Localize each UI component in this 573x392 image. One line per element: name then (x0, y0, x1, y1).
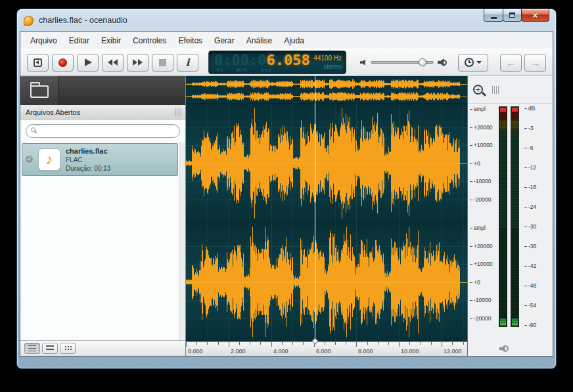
menu-efeitos[interactable]: Efeitos (172, 34, 208, 47)
titlebar[interactable]: charlies.flac - ocenaudio × (17, 9, 556, 32)
wave-scale-label: -20000 (470, 315, 491, 322)
timeline-tick (399, 342, 400, 347)
db-scale-label: dB (524, 105, 535, 112)
go-to-start-button[interactable] (27, 54, 49, 72)
timeline-tick (260, 342, 261, 345)
panel-drag-grip-icon[interactable] (175, 108, 181, 116)
level-meter-left (499, 106, 507, 327)
timeline-tick (271, 342, 272, 347)
volume-wave-icon (444, 60, 447, 66)
window-controls: × (484, 9, 549, 22)
play-icon (85, 58, 92, 66)
back-arrow-icon: ← (506, 58, 516, 68)
db-scale-label: -54 (524, 302, 536, 309)
wave-scale-label: +0 (470, 160, 480, 167)
db-scale-label: -24 (524, 204, 536, 210)
menu-ajuda[interactable]: Ajuda (278, 34, 310, 47)
timeline-tick (378, 342, 378, 345)
file-item[interactable]: ✓ ♪ charlies.flac FLAC Duração: 00:13 (22, 143, 178, 176)
fast-forward-button[interactable] (127, 54, 149, 72)
timeline-tick (463, 342, 464, 345)
search-input[interactable] (26, 124, 180, 138)
stop-icon (159, 59, 166, 66)
forward-button[interactable]: → (524, 54, 546, 72)
info-button[interactable]: i (177, 54, 198, 72)
db-scale-label: -12 (524, 164, 536, 171)
peak-indicator (512, 108, 518, 112)
level-meter-right (511, 106, 519, 327)
timeline-tick (367, 342, 368, 345)
compact-list-icon (46, 345, 54, 351)
menu-analise[interactable]: Análise (241, 34, 278, 47)
lcd-digits: 0:00:06.058 (214, 52, 310, 68)
toolbar: i 0:00:06.058 hr min sec 44100 Hz stereo (20, 49, 553, 76)
volume-low-icon[interactable] (360, 59, 367, 66)
timeline-tick (292, 342, 293, 345)
lcd-units: hr min sec (217, 68, 272, 72)
chevron-down-icon (476, 61, 482, 64)
view-compact-list-button[interactable] (42, 343, 58, 354)
menu-gerar[interactable]: Gerar (208, 34, 241, 47)
wave-scale-label: -20000 (470, 196, 491, 203)
lcd-ghost-digits: 0:00:0 (214, 52, 266, 68)
meter-drag-grip-icon[interactable] (492, 86, 499, 94)
time-format-button[interactable] (458, 54, 488, 72)
timeline-tick (303, 342, 304, 345)
db-scale-label: -36 (524, 243, 536, 250)
volume-slider[interactable] (371, 61, 434, 64)
menu-controles[interactable]: Controles (127, 34, 172, 47)
timeline-tick (431, 342, 432, 345)
minimize-button[interactable] (484, 9, 503, 22)
file-format: FLAC (66, 156, 110, 164)
wave-scale-label: +10000 (470, 142, 493, 148)
timeline-label: 0.000 (188, 348, 203, 355)
file-meta: charlies.flac FLAC Duração: 00:13 (66, 147, 110, 173)
view-detailed-list-button[interactable] (24, 343, 40, 354)
info-icon: i (186, 56, 190, 68)
db-scale-label: -6 (524, 144, 534, 151)
timeline-label: 10.000 (401, 348, 419, 355)
folder-icon (30, 85, 49, 98)
window-body: Arquivo Editar Exibir Controles Efeitos … (20, 32, 553, 357)
volume-knob[interactable] (419, 58, 426, 66)
right-panel-top (468, 76, 553, 104)
panel-header: Arquivos Abertos (20, 105, 185, 120)
file-list-scrollbar[interactable] (179, 142, 185, 340)
stop-button[interactable] (152, 54, 173, 72)
view-grid-button[interactable] (60, 343, 76, 354)
wave-scale-label: +10000 (470, 261, 493, 267)
menu-arquivo[interactable]: Arquivo (24, 34, 63, 47)
menu-editar[interactable]: Editar (63, 34, 95, 47)
check-icon: ✓ (25, 155, 34, 163)
file-list[interactable]: ✓ ♪ charlies.flac FLAC Duração: 00:13 (20, 142, 185, 340)
grid-icon (64, 345, 72, 351)
sample-rate: 44100 Hz (313, 54, 342, 62)
db-scale-label: -30 (524, 223, 536, 230)
timeline-tick (196, 342, 197, 345)
go-to-start-icon (34, 58, 42, 67)
zoom-icon[interactable] (473, 85, 483, 95)
record-button[interactable] (52, 54, 74, 72)
menu-exibir[interactable]: Exibir (95, 34, 127, 47)
open-files-tab[interactable] (20, 76, 58, 105)
close-button[interactable]: × (521, 9, 549, 22)
timeline-ruler[interactable]: 0.0002.0004.0006.0008.00010.00012.000 (186, 341, 467, 356)
wave-scale-label: +0 (470, 279, 480, 286)
forward-arrow-icon: → (530, 58, 540, 68)
back-button[interactable]: ← (500, 54, 522, 72)
rewind-icon (108, 59, 118, 66)
overview-strip[interactable] (186, 76, 467, 104)
waveform-display[interactable] (186, 104, 467, 341)
music-note-icon: ♪ (46, 152, 53, 167)
right-panel-bottom (468, 341, 553, 356)
channel-mode: stereo (313, 62, 342, 71)
db-scale-label: -18 (524, 184, 536, 190)
maximize-button[interactable] (503, 9, 522, 22)
rewind-button[interactable] (102, 54, 124, 72)
timeline-label: 4.000 (273, 348, 288, 355)
timeline-label: 2.000 (231, 348, 246, 355)
sidebar-bottom-bar (20, 340, 185, 356)
play-button[interactable] (77, 54, 99, 72)
wave-scale-label: -10000 (470, 178, 491, 185)
wave-scale-label: +20000 (470, 243, 493, 250)
